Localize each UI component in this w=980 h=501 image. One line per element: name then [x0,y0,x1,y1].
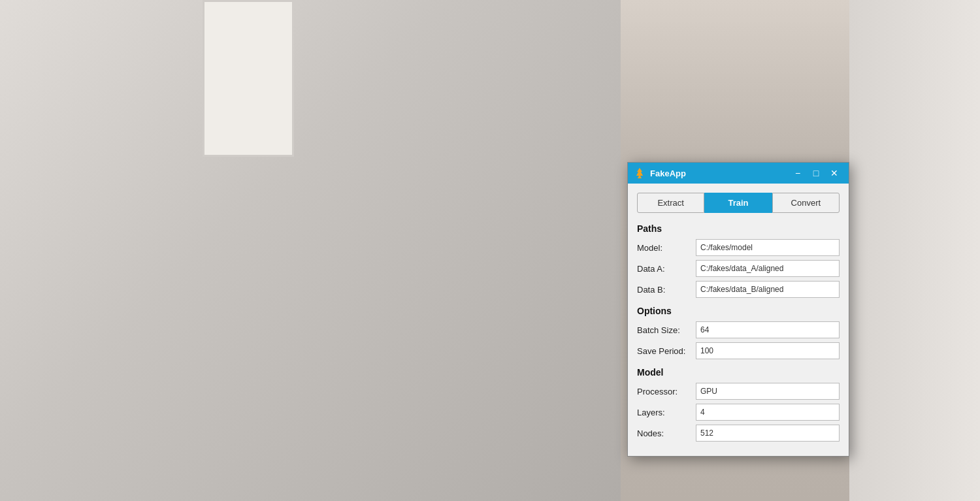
model-path-row: Model: [637,239,840,256]
layers-row: Layers: [637,404,840,421]
close-button[interactable]: ✕ [825,164,843,182]
nodes-label: Nodes: [637,428,696,438]
data-b-label: Data B: [637,285,696,295]
data-b-path-row: Data B: [637,281,840,298]
maximize-button[interactable]: □ [807,164,825,182]
save-period-row: Save Period: [637,342,840,359]
model-path-label: Model: [637,243,696,253]
svg-marker-0 [636,168,643,178]
nodes-row: Nodes: [637,425,840,442]
window-title: FakeApp [650,169,789,178]
paths-header: Paths [637,223,840,234]
fakeapp-window: FakeApp − □ ✕ Extract Train Convert Path… [627,162,849,457]
batch-size-row: Batch Size: [637,321,840,338]
tab-train[interactable]: Train [704,193,772,213]
tab-extract[interactable]: Extract [637,193,704,213]
tab-bar: Extract Train Convert [637,193,840,213]
nodes-input[interactable] [696,425,840,442]
layers-label: Layers: [637,408,696,417]
app-icon [633,167,646,180]
minimize-button[interactable]: − [789,164,807,182]
data-a-label: Data A: [637,264,696,274]
processor-label: Processor: [637,387,696,396]
save-period-label: Save Period: [637,346,696,356]
wall-right [849,0,980,501]
model-header: Model [637,367,840,378]
wall-left [0,0,621,501]
tab-convert[interactable]: Convert [772,193,840,213]
batch-size-input[interactable] [696,321,840,338]
door-frame [203,0,294,157]
batch-size-label: Batch Size: [637,325,696,335]
window-content: Extract Train Convert Paths Model: Data … [628,184,849,456]
model-path-input[interactable] [696,239,840,256]
options-header: Options [637,306,840,316]
titlebar: FakeApp − □ ✕ [628,163,849,184]
data-b-input[interactable] [696,281,840,298]
layers-input[interactable] [696,404,840,421]
data-a-input[interactable] [696,260,840,277]
processor-row: Processor: [637,383,840,400]
processor-input[interactable] [696,383,840,400]
save-period-input[interactable] [696,342,840,359]
data-a-path-row: Data A: [637,260,840,277]
